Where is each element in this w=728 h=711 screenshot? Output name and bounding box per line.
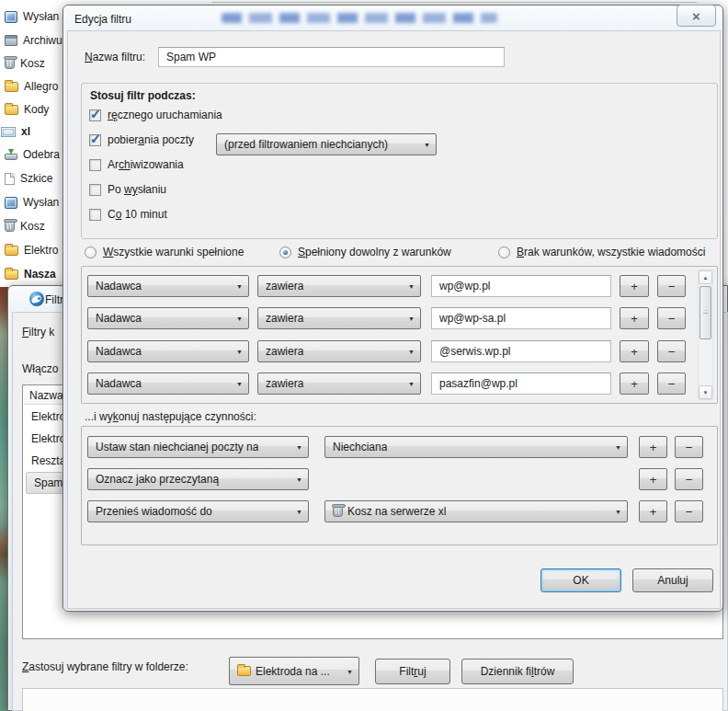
scroll-up-button[interactable]: [699, 270, 712, 284]
thunderbird-icon: [29, 292, 44, 306]
actions-label: ...i wykonuj następujące czynności:: [85, 410, 256, 423]
close-icon: ×: [692, 8, 700, 24]
folder-item-trash2[interactable]: Kosz: [0, 218, 45, 235]
checkbox-item-archiving[interactable]: Archiwizowania: [89, 156, 184, 173]
action-param-dropdown[interactable]: Kosz na serwerze xl: [324, 500, 628, 522]
checkbox-box[interactable]: [89, 134, 101, 146]
condition-operator-value: zawiera: [266, 312, 303, 325]
fetch-mode-dropdown[interactable]: (przed filtrowaniem niechcianych): [216, 133, 437, 155]
folder-item-account-xl[interactable]: xl: [0, 123, 30, 140]
condition-operator-value: zawiera: [266, 280, 303, 292]
checkbox-box[interactable]: [89, 209, 101, 221]
filter-name-input[interactable]: [158, 47, 505, 67]
folder-item-sent2[interactable]: Wysłan: [0, 194, 59, 211]
checkbox-item-after-send[interactable]: Po wysłaniu: [89, 181, 166, 198]
filter-name-label: Nazwa filtru:: [85, 51, 145, 63]
folder-label: Szkice: [20, 172, 52, 185]
folder-icon: [5, 246, 18, 256]
folder-item-drafts[interactable]: Szkice: [0, 170, 52, 187]
condition-field-dropdown[interactable]: Nadawca: [87, 307, 249, 329]
remove-condition-button[interactable]: −: [657, 275, 686, 297]
background-toolbar-edge: [211, 2, 697, 3]
folder-item-inbox[interactable]: Odebra: [0, 146, 60, 163]
archive-folder-icon: [5, 35, 17, 46]
radio-button[interactable]: [85, 247, 97, 258]
action-type-dropdown[interactable]: Oznacz jako przeczytaną: [87, 468, 309, 490]
run-filter-label: Filtruj: [399, 665, 426, 678]
condition-field-value: Nadawca: [96, 280, 142, 292]
folder-item-kody[interactable]: Kody: [0, 101, 49, 118]
add-condition-button[interactable]: +: [620, 340, 649, 362]
edit-dialog-titlebar[interactable]: Edycja filtru: [63, 6, 722, 30]
condition-operator-dropdown[interactable]: zawiera: [257, 275, 421, 297]
folder-item-allegro[interactable]: Allegro: [0, 78, 58, 95]
cancel-button[interactable]: Anuluj: [632, 568, 713, 592]
close-button[interactable]: ×: [677, 5, 716, 27]
radio-all-conditions[interactable]: Wszystkie warunki spełnione: [85, 244, 244, 260]
folder-item-archive[interactable]: Archiwu: [0, 32, 63, 49]
checkbox-box[interactable]: [89, 184, 101, 196]
add-condition-button[interactable]: +: [620, 275, 649, 297]
checkbox-box[interactable]: [89, 159, 101, 171]
inbox-icon: [5, 149, 17, 160]
checkbox-box[interactable]: [89, 109, 101, 121]
checkbox-item-manual-run[interactable]: ręcznego uruchamiania: [89, 107, 222, 123]
scroll-down-button[interactable]: [699, 385, 712, 399]
apply-folder-dropdown[interactable]: Elektroda na ...: [229, 657, 359, 685]
radio-any-condition[interactable]: Spełniony dowolny z warunków: [279, 244, 451, 260]
add-action-button[interactable]: +: [639, 436, 667, 458]
add-condition-button[interactable]: +: [620, 307, 649, 329]
condition-operator-dropdown[interactable]: zawiera: [257, 340, 421, 362]
condition-field-dropdown[interactable]: Nadawca: [87, 373, 249, 395]
folder-label: Kosz: [20, 220, 45, 233]
folder-item-elektro[interactable]: Elektro: [0, 242, 58, 258]
action-param-dropdown[interactable]: Niechciana: [324, 436, 628, 458]
radio-button[interactable]: [498, 247, 510, 258]
condition-value-input[interactable]: [431, 340, 611, 362]
radio-no-conditions[interactable]: Brak warunków, wszystkie wiadomości: [498, 244, 705, 260]
add-action-button[interactable]: +: [639, 500, 667, 522]
filter-row-label: Elektro: [31, 432, 65, 445]
add-condition-button[interactable]: +: [620, 373, 649, 395]
remove-action-button[interactable]: −: [675, 468, 703, 490]
action-param-value: Kosz na serwerze xl: [347, 505, 446, 518]
folder-item-trash[interactable]: Kosz: [0, 55, 45, 72]
condition-value-input[interactable]: [431, 307, 611, 329]
folder-label: xl: [21, 125, 30, 138]
radio-button[interactable]: [279, 247, 291, 258]
apply-folder-value: Elektroda na ...: [256, 665, 330, 678]
folder-icon: [5, 105, 18, 115]
remove-condition-button[interactable]: −: [657, 340, 686, 362]
filter-row-label: Reszta: [31, 454, 65, 467]
run-filter-button[interactable]: Filtruj: [375, 659, 450, 684]
folder-item-nasza[interactable]: Nasza: [0, 266, 56, 282]
ok-button[interactable]: OK: [540, 568, 621, 592]
condition-operator-dropdown[interactable]: zawiera: [257, 373, 421, 395]
condition-value-input[interactable]: [431, 275, 611, 297]
remove-condition-button[interactable]: −: [657, 373, 686, 395]
screen: Wysłan Archiwu Kosz Allegro Kody xl Odeb…: [0, 0, 728, 711]
folder-item-sent[interactable]: Wysłan: [0, 8, 59, 25]
remove-condition-button[interactable]: −: [657, 307, 686, 329]
condition-operator-dropdown[interactable]: zawiera: [257, 307, 421, 329]
action-type-dropdown[interactable]: Ustaw stan niechcianej poczty na: [87, 436, 309, 458]
folder-label: Wysłan: [23, 196, 59, 209]
filter-log-label: Dziennik filtrów: [481, 665, 555, 678]
filter-log-button[interactable]: Dziennik filtrów: [461, 659, 574, 684]
folder-label: Allegro: [24, 80, 58, 93]
add-action-button[interactable]: +: [639, 468, 667, 490]
condition-field-dropdown[interactable]: Nadawca: [87, 340, 249, 362]
trash-icon: [5, 58, 15, 69]
remove-action-button[interactable]: −: [675, 436, 703, 458]
conditions-scrollbar[interactable]: [698, 269, 713, 400]
folder-label: Wysłan: [23, 10, 59, 23]
remove-action-button[interactable]: −: [675, 500, 703, 522]
action-type-dropdown[interactable]: Przenieś wiadomość do: [87, 500, 309, 522]
checkbox-item-getting-mail[interactable]: pobierania poczty: [89, 132, 194, 148]
condition-value-input[interactable]: [431, 373, 611, 395]
condition-operator-value: zawiera: [266, 377, 303, 390]
condition-field-dropdown[interactable]: Nadawca: [87, 275, 249, 297]
radio-label: Spełniony dowolny z warunków: [298, 246, 451, 258]
scrollbar-thumb[interactable]: [700, 286, 711, 339]
checkbox-item-every-10-min[interactable]: Co 10 minut: [89, 206, 167, 223]
